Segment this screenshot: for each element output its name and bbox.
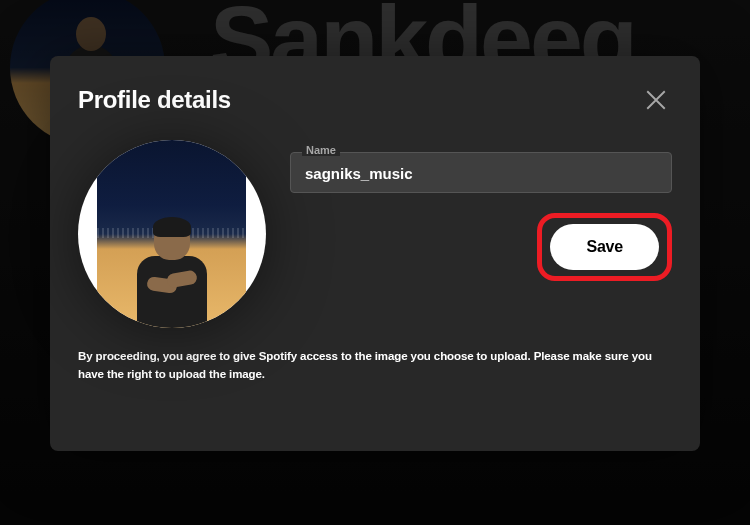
save-button[interactable]: Save [550,224,659,270]
form-section: Name Save [290,140,672,281]
profile-details-modal: Profile details [50,56,700,451]
save-button-highlight: Save [537,213,672,281]
save-row: Save [290,213,672,281]
avatar-section [78,140,266,328]
modal-header: Profile details [78,84,672,116]
avatar-image[interactable] [78,140,266,328]
name-input[interactable] [290,152,672,193]
name-input-group: Name [290,152,672,193]
modal-body: Name Save [78,140,672,328]
modal-title: Profile details [78,86,231,114]
name-label: Name [302,144,340,156]
close-icon [646,90,666,110]
close-button[interactable] [640,84,672,116]
disclaimer-text: By proceeding, you agree to give Spotify… [78,348,672,384]
